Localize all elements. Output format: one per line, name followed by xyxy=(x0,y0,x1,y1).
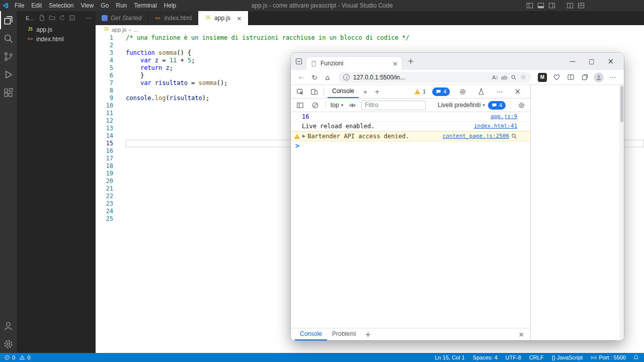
line-number[interactable]: 5 xyxy=(96,64,113,72)
console-message-3[interactable]: ▶Bartender API access denied.content_pag… xyxy=(291,131,530,141)
tab-actions-icon[interactable] xyxy=(295,57,303,65)
menu-help[interactable]: Help xyxy=(160,0,180,11)
experiments-icon[interactable] xyxy=(475,88,487,96)
back-icon[interactable]: ← xyxy=(295,73,308,81)
line-number[interactable]: 10 xyxy=(96,102,113,110)
line-number[interactable]: 14 xyxy=(96,132,113,140)
status-spaces-4[interactable]: Spaces: 4 xyxy=(473,354,498,360)
more-tabs-icon[interactable]: » xyxy=(361,88,370,96)
line-number[interactable]: 4 xyxy=(96,57,113,64)
line-number[interactable]: 15 xyxy=(96,140,113,147)
line-number[interactable]: 11 xyxy=(96,110,113,117)
menu-edit[interactable]: Edit xyxy=(28,0,45,11)
devtools-more-icon[interactable]: ⋯ xyxy=(494,88,505,96)
live-expression-eye-icon[interactable] xyxy=(346,102,358,109)
translate-icon[interactable]: ab xyxy=(501,74,507,80)
close-devtools-icon[interactable]: × xyxy=(512,87,523,96)
close-window-button[interactable]: × xyxy=(607,57,614,66)
line-number[interactable]: 24 xyxy=(96,208,113,215)
source-link[interactable]: content_page.js:2506 xyxy=(443,132,509,141)
close-browser-tab-icon[interactable]: × xyxy=(392,60,398,67)
site-info-icon[interactable]: i xyxy=(343,74,350,80)
notifications-bell-icon[interactable] xyxy=(633,354,639,360)
breadcrumb[interactable]: JS app.js › ... xyxy=(96,25,644,34)
activity-source-control-icon[interactable] xyxy=(0,47,17,65)
line-number[interactable]: 9 xyxy=(96,95,113,102)
line-number[interactable]: 1 xyxy=(96,34,113,42)
editor-tab-get-started[interactable]: Get Started xyxy=(96,11,148,25)
line-number[interactable]: 8 xyxy=(96,87,113,95)
file-item-app-js[interactable]: JSapp.js xyxy=(17,25,96,34)
zoom-icon[interactable] xyxy=(511,74,517,80)
split-screen-icon[interactable] xyxy=(564,73,578,81)
account-icon[interactable] xyxy=(0,317,17,335)
collapse-folders-icon[interactable] xyxy=(69,15,75,21)
source-link[interactable]: index.html:41 xyxy=(474,122,517,131)
context-selector[interactable]: top ▾ xyxy=(331,102,343,109)
console-settings-gear-icon[interactable] xyxy=(515,102,527,109)
breadcrumb-file[interactable]: app.js xyxy=(112,27,126,33)
close-tab-icon[interactable]: × xyxy=(236,15,242,22)
settings-gear-icon[interactable] xyxy=(0,335,17,353)
activity-explorer-icon[interactable] xyxy=(0,11,17,29)
log-levels-selector[interactable]: Livelli predefiniti ▾ xyxy=(438,102,485,109)
close-drawer-icon[interactable]: × xyxy=(518,330,524,338)
toggle-panel-icon[interactable] xyxy=(537,2,544,9)
status-port-5500[interactable]: Port : 5500 xyxy=(591,354,626,360)
favorite-star-icon[interactable]: ☆ xyxy=(520,73,526,81)
problems-status[interactable]: 0 0 xyxy=(4,354,30,360)
console-filter-input[interactable] xyxy=(361,101,426,110)
editor-tab-index-html[interactable]: <>index.html xyxy=(148,11,198,25)
breadcrumb-more[interactable]: ... xyxy=(134,27,138,33)
messages-badge[interactable]: 4 xyxy=(432,87,450,96)
menu-view[interactable]: View xyxy=(77,0,97,11)
source-link[interactable]: app.js:9 xyxy=(491,112,517,121)
status-javascript[interactable]: {} JavaScript xyxy=(551,354,583,360)
toggle-secondary-sidebar-icon[interactable] xyxy=(548,2,555,9)
activity-run-debug-icon[interactable] xyxy=(0,65,17,83)
console-sidebar-icon[interactable] xyxy=(294,102,306,109)
browser-page[interactable] xyxy=(531,85,624,340)
browser-tab[interactable]: Funzioni × xyxy=(306,56,403,70)
line-number[interactable]: 25 xyxy=(96,215,113,223)
address-bar[interactable]: i 127.0.0.1:5500/in... A) ab ☆ xyxy=(338,72,531,83)
new-folder-icon[interactable] xyxy=(49,15,55,21)
menu-go[interactable]: Go xyxy=(97,0,112,11)
activity-extensions-icon[interactable] xyxy=(0,83,17,102)
menu-selection[interactable]: Selection xyxy=(45,0,77,11)
new-file-icon[interactable] xyxy=(39,15,45,21)
menu-run[interactable]: Run xyxy=(112,0,130,11)
minimize-button[interactable]: — xyxy=(570,58,576,65)
inspect-element-icon[interactable] xyxy=(294,88,306,96)
code-line-2[interactable]: 2 xyxy=(96,42,644,49)
explorer-more-actions-icon[interactable]: ⋯ xyxy=(86,15,92,22)
line-number[interactable]: 16 xyxy=(96,147,113,155)
line-number[interactable]: 13 xyxy=(96,125,113,132)
status-ln-15-col-1[interactable]: Ln 15, Col 1 xyxy=(435,354,464,360)
line-number[interactable]: 19 xyxy=(96,170,113,177)
drawer-tab-problemi[interactable]: Problemi xyxy=(327,328,361,340)
file-item-index-html[interactable]: <>index.html xyxy=(17,34,96,44)
device-toolbar-icon[interactable] xyxy=(308,88,320,96)
warnings-badge[interactable]: 1 xyxy=(414,88,426,95)
extension-m-icon[interactable]: M xyxy=(535,73,549,82)
line-number[interactable]: 3 xyxy=(96,49,113,57)
editor-tab-app-js[interactable]: JSapp.js× xyxy=(198,11,249,25)
home-icon[interactable]: ⌂ xyxy=(321,73,334,81)
refresh-explorer-icon[interactable] xyxy=(59,15,65,21)
status-crlf[interactable]: CRLF xyxy=(529,354,544,360)
clear-console-icon[interactable] xyxy=(309,102,321,109)
read-aloud-icon[interactable]: A) xyxy=(492,74,498,80)
add-devtools-tab-icon[interactable]: + xyxy=(372,88,382,96)
page-scrollbar[interactable] xyxy=(619,85,624,340)
maximize-button[interactable]: □ xyxy=(589,58,594,65)
scrollbar-thumb[interactable] xyxy=(620,86,623,122)
devtools-tab-console[interactable]: Console xyxy=(328,85,359,98)
url-text[interactable]: 127.0.0.1:5500/in... xyxy=(353,74,489,81)
expand-icon[interactable]: ▶ xyxy=(302,132,305,141)
customize-layout-icon[interactable] xyxy=(578,2,585,9)
editor-layout-icon[interactable] xyxy=(567,2,574,9)
line-number[interactable]: 20 xyxy=(96,177,113,185)
refresh-icon[interactable]: ↻ xyxy=(308,73,321,81)
collections-icon[interactable] xyxy=(578,73,592,81)
